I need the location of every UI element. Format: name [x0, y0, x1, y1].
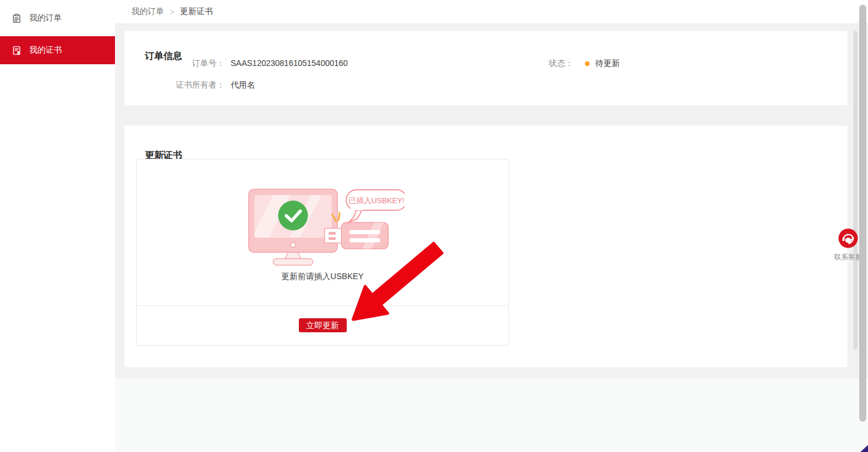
sidebar: 我的订单 我的证书 — [0, 0, 115, 452]
owner-value: 代用名 — [231, 80, 255, 91]
corner-widget — [860, 445, 868, 452]
update-certificate-card: 更新证书 — [124, 126, 848, 367]
certificate-icon — [12, 46, 22, 55]
usbkey-caption: 更新前请插入USBKEY — [281, 272, 364, 282]
status-badge: 待更新 — [595, 58, 620, 69]
customer-service-icon[interactable] — [838, 228, 858, 248]
order-number-value: SAAS120230816105154000160 — [231, 58, 348, 68]
page-scrollbar[interactable] — [859, 5, 866, 422]
usbkey-illustration: 已插入USBKEY! — [241, 185, 405, 267]
update-panel: 已插入USBKEY! 更新前请插入USBKEY 立即更新 — [136, 159, 509, 346]
illustration-section: 已插入USBKEY! 更新前请插入USBKEY — [137, 159, 508, 306]
status-field: 状态： 待更新 — [549, 58, 620, 69]
order-info-card: 订单信息 订单号： SAAS120230816105154000160 证书所有… — [124, 31, 848, 105]
status-label: 状态： — [549, 58, 573, 69]
breadcrumb: 我的订单 > 更新证书 — [115, 0, 868, 24]
breadcrumb-separator-icon: > — [170, 8, 175, 16]
breadcrumb-my-orders[interactable]: 我的订单 — [131, 6, 164, 17]
certificate-update-page: 我的订单 我的证书 我的订单 > 更新证书 订单信息 订单号： SAAS1202… — [0, 0, 868, 452]
status-dot — [585, 61, 590, 66]
sidebar-item-my-certificates[interactable]: 我的证书 — [0, 36, 115, 64]
button-section: 立即更新 — [137, 306, 508, 345]
order-number-label: 订单号： — [131, 58, 225, 69]
content-scrollbar[interactable] — [853, 31, 857, 349]
sidebar-item-label: 我的订单 — [29, 13, 62, 23]
check-circle-icon — [278, 201, 308, 231]
update-now-button[interactable]: 立即更新 — [299, 318, 347, 332]
bubble-text: 已插入USBKEY! — [348, 196, 404, 205]
sidebar-item-label: 我的证书 — [29, 45, 62, 55]
breadcrumb-current: 更新证书 — [180, 6, 213, 17]
owner-label: 证书所有者： — [131, 80, 225, 91]
sidebar-item-my-orders[interactable]: 我的订单 — [0, 5, 115, 32]
orders-icon — [12, 13, 22, 23]
